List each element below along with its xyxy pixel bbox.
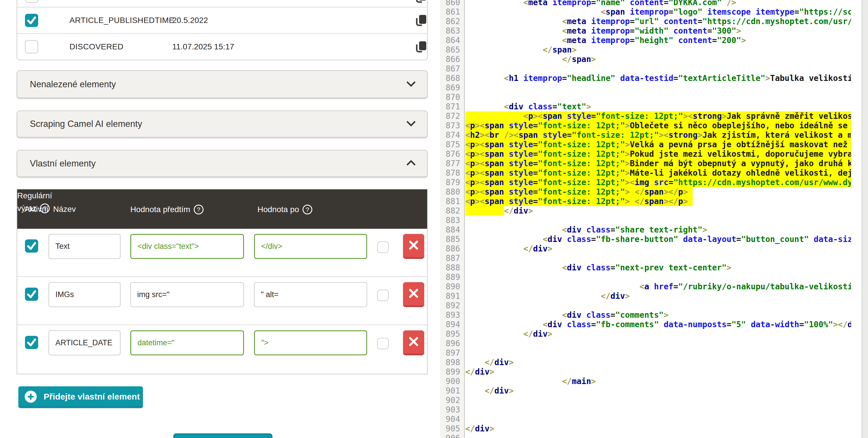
value-before-input[interactable] — [130, 331, 244, 355]
line-number: 891 — [440, 291, 460, 301]
line-number: 890 — [440, 282, 460, 291]
code-line-870 — [465, 92, 851, 102]
element-name-input[interactable] — [49, 234, 121, 259]
code-line-868: <h1 itemprop="headline" data-testid="tex… — [465, 73, 851, 83]
copy-icon[interactable] — [415, 40, 427, 53]
value-after-input[interactable] — [254, 234, 367, 259]
code-line-904 — [465, 414, 851, 424]
delete-row-button[interactable] — [403, 331, 424, 355]
code-line-898: </div> — [465, 357, 851, 367]
line-number: 896 — [440, 339, 460, 348]
section-nenalezen-elementy[interactable]: Nenalezené elementy — [17, 70, 428, 98]
help-icon[interactable]: ? — [303, 205, 312, 214]
row-checkbox[interactable] — [25, 0, 38, 3]
copy-icon[interactable] — [415, 14, 427, 27]
code-line-902 — [465, 396, 851, 405]
code-line-883 — [465, 216, 851, 225]
code-line-906 — [465, 433, 851, 438]
help-icon[interactable]: ? — [194, 205, 204, 214]
element-name-input[interactable] — [49, 282, 121, 307]
value-before-input[interactable] — [130, 282, 244, 307]
column-header-name: Název — [53, 205, 76, 214]
detected-row: ARTICLE_PUBLISHEDTIME20.5.2022 — [17, 7, 427, 33]
code-line-892 — [465, 301, 851, 310]
code-line-887 — [465, 253, 851, 263]
line-number: 860 — [440, 0, 460, 7]
custom-elements-table: Aktivní Název Hodnota předtím ? Hodnota … — [17, 189, 428, 374]
delete-row-button[interactable] — [403, 282, 424, 307]
code-line-884: <div class="share text-right"> — [465, 225, 851, 234]
column-header-after: Hodnota po ? — [257, 205, 312, 214]
add-custom-element-button[interactable]: Přidejte vlastní element — [19, 386, 143, 408]
code-line-880: <p><span style="font-size: 12pt;"> </spa… — [465, 187, 851, 197]
code-line-903 — [465, 405, 851, 414]
section-label: Nenalezené elementy — [30, 79, 116, 90]
line-number: 873 — [440, 121, 460, 130]
table-row — [17, 276, 427, 324]
row-checkbox[interactable] — [25, 40, 38, 53]
code-line-896 — [465, 339, 851, 348]
code-line-865: </span> — [465, 45, 851, 55]
column-header-active: Aktivní — [24, 205, 49, 214]
line-number: 903 — [440, 405, 460, 414]
element-name-input[interactable] — [49, 331, 121, 355]
row-active-checkbox[interactable] — [25, 288, 38, 301]
code-line-894: <div class="fb-comments" data-numposts="… — [465, 320, 851, 329]
code-line-886: </div> — [465, 244, 851, 253]
line-number: 886 — [440, 244, 460, 253]
submit-button-partial[interactable] — [174, 433, 272, 438]
code-line-869 — [465, 83, 851, 92]
row-active-checkbox[interactable] — [25, 336, 38, 349]
section-vlastn-elementy[interactable]: Vlastní elementy — [17, 150, 428, 177]
line-number: 885 — [440, 234, 460, 244]
row-active-checkbox[interactable] — [25, 239, 38, 253]
code-line-864: <meta itemprop="height" content="200"> — [465, 36, 851, 45]
line-number: 866 — [440, 55, 460, 64]
code-line-881: <p><span style="font-size: 12pt;"> </spa… — [465, 197, 851, 206]
line-number: 895 — [440, 329, 460, 339]
line-number: 884 — [440, 225, 460, 234]
line-number: 904 — [440, 414, 460, 424]
section-label: Vlastní elementy — [30, 158, 96, 169]
table-row — [17, 324, 427, 373]
regex-checkbox[interactable] — [377, 290, 389, 301]
code-line-900: </main> — [465, 377, 851, 386]
line-number: 879 — [440, 178, 460, 187]
source-code-panel: <meta itemprop="name" content="DYKKA.com… — [465, 0, 851, 438]
code-line-897 — [465, 348, 851, 357]
code-line-871: <div class="text"> — [465, 102, 851, 112]
line-number: 893 — [440, 310, 460, 320]
line-number: 901 — [440, 386, 460, 396]
line-number: 900 — [440, 377, 460, 386]
code-line-891: </div> — [465, 291, 851, 301]
code-line-878: <p><span style="font-size: 12pt;">Máte-l… — [465, 168, 851, 178]
code-line-901: </div> — [465, 386, 851, 396]
line-number: 881 — [440, 197, 460, 206]
value-before-input[interactable] — [130, 234, 244, 259]
line-number: 894 — [440, 320, 460, 329]
regex-checkbox[interactable] — [377, 241, 389, 253]
line-number: 878 — [440, 168, 460, 178]
column-header-regex: Regulární výraz ? — [17, 189, 427, 215]
section-scraping-camel-ai-elementy[interactable]: Scraping Camel AI elementy — [17, 111, 428, 137]
code-line-number-gutter: 8608618628638648658668678688698708718728… — [440, 0, 465, 438]
code-line-885: <div class="fb-share-button" data-layout… — [465, 234, 851, 244]
line-number: 869 — [440, 83, 460, 92]
detected-row-name: DISCOVERED — [69, 34, 123, 60]
section-label: Scraping Camel AI elementy — [30, 119, 142, 129]
line-number: 862 — [440, 17, 460, 26]
code-line-893: <div class="comments"> — [465, 310, 851, 320]
value-after-input[interactable] — [254, 282, 367, 307]
delete-row-button[interactable] — [403, 234, 424, 259]
line-number: 877 — [440, 159, 460, 168]
row-checkbox[interactable] — [25, 14, 38, 27]
copy-icon[interactable] — [415, 0, 427, 3]
column-header-after-label: Hodnota po — [257, 205, 299, 214]
code-line-860: <meta itemprop="name" content="DYKKA.com… — [465, 0, 851, 7]
regex-checkbox[interactable] — [377, 338, 389, 349]
code-line-872: <p><span style="font-size: 12pt;"><stron… — [465, 112, 851, 121]
line-number: 861 — [440, 7, 460, 17]
value-after-input[interactable] — [254, 331, 367, 355]
vertical-scrollbar[interactable] — [862, 0, 868, 438]
detected-row-value: 20.5.2022 — [172, 7, 208, 33]
